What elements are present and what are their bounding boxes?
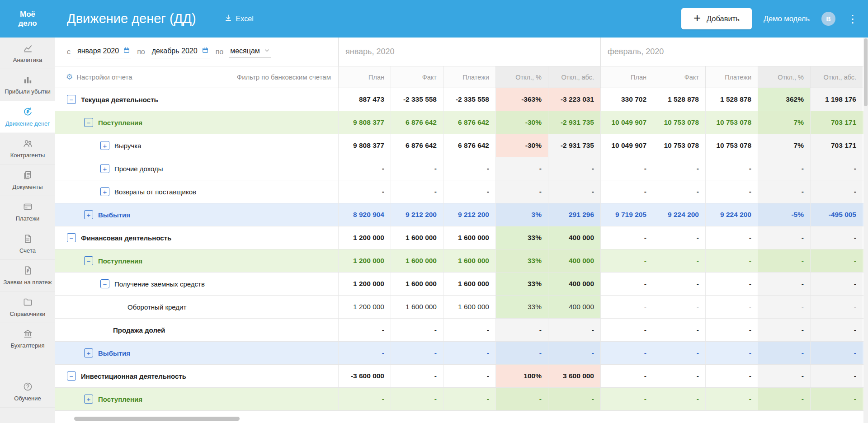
sidebar-item-analytics[interactable]: Аналитика — [0, 38, 55, 69]
user-menu[interactable]: Демо модель — [764, 14, 810, 23]
value-cell: - — [600, 365, 653, 387]
avatar[interactable]: B — [821, 12, 835, 26]
collapse-button[interactable]: − — [84, 256, 93, 265]
column-header: План — [338, 66, 391, 88]
row-label-cell: −Текущая деятельность — [55, 88, 338, 111]
collapse-button[interactable]: − — [67, 95, 76, 104]
value-cell: -2 335 558 — [443, 88, 495, 111]
sidebar-item-cash-flow[interactable]: ₽Движение денег — [0, 101, 55, 133]
sidebar-item-education[interactable]: Обучение — [0, 376, 55, 408]
expand-button[interactable]: + — [100, 141, 109, 150]
value-cell: 9 212 200 — [391, 203, 443, 226]
value-cell: 1 600 000 — [391, 296, 443, 318]
vertical-scrollbar-track[interactable] — [863, 38, 868, 423]
collapse-button[interactable]: − — [100, 279, 109, 288]
collapse-button[interactable]: − — [84, 118, 93, 127]
value-cell: 9 212 200 — [443, 203, 495, 226]
report-settings-button[interactable]: ⚙ Настройки отчета — [66, 73, 132, 81]
expand-button[interactable]: + — [100, 187, 109, 196]
row-label-cell: −Поступления — [55, 249, 338, 272]
value-cell: - — [758, 273, 810, 295]
value-cell: - — [810, 273, 863, 295]
row-label: Продажа долей — [113, 326, 165, 334]
value-cell: - — [391, 180, 443, 203]
sidebar-item-contractors[interactable]: Контрагенты — [0, 133, 55, 164]
bank-accounts-filter-button[interactable]: Фильтр по банковским счетам — [237, 73, 331, 81]
sidebar-item-payments[interactable]: Платежи — [0, 196, 55, 228]
calendar-icon — [202, 47, 209, 56]
date-to-input[interactable]: декабрь 2020 — [151, 46, 210, 58]
value-cell: - — [758, 226, 810, 249]
period-select[interactable]: месяцам — [229, 46, 271, 58]
vertical-scrollbar-thumb[interactable] — [864, 38, 868, 106]
collapse-button[interactable]: − — [67, 233, 76, 242]
add-button[interactable]: + Добавить — [681, 8, 752, 29]
value-cell: 1 198 176 — [810, 88, 863, 111]
row-label-cell: +Возвраты от поставщиков — [55, 180, 338, 203]
sidebar-item-accounting[interactable]: Бухгалтерия — [0, 323, 55, 355]
value-cell: 1 600 000 — [391, 273, 443, 295]
value-cell: - — [600, 249, 653, 272]
value-cell: - — [548, 180, 600, 203]
date-from-value: января 2020 — [77, 47, 119, 55]
sidebar-item-documents[interactable]: Документы — [0, 164, 55, 196]
sidebar-item-profit-loss[interactable]: Прибыли убытки — [0, 69, 55, 101]
value-cell: 887 473 — [338, 88, 391, 111]
value-cell: - — [600, 342, 653, 364]
kebab-menu-icon[interactable]: ⋮ — [847, 14, 858, 24]
row-label: Выбытия — [98, 349, 130, 357]
value-cell: - — [653, 157, 705, 180]
value-cell: - — [600, 157, 653, 180]
date-to-label: по — [137, 48, 145, 56]
month-group-header: январь, 2020 — [338, 38, 600, 66]
row-label-cell: +Прочие доходы — [55, 157, 338, 180]
value-cell: 6 876 642 — [391, 134, 443, 157]
svg-text:₽: ₽ — [26, 269, 29, 273]
value-cell: 7% — [758, 134, 810, 157]
value-cell: 9 808 377 — [338, 111, 391, 134]
filter-band: с января 2020 по декабрь 2020 по месяца — [55, 38, 868, 66]
filters: с января 2020 по декабрь 2020 по месяца — [55, 38, 338, 66]
plus-icon: + — [693, 12, 701, 24]
column-header: Факт — [391, 66, 443, 88]
value-cell: 3% — [495, 203, 548, 226]
sidebar-item-payment-requests[interactable]: ₽Заявки на платеж — [0, 260, 55, 291]
value-cell: 9 224 200 — [653, 203, 705, 226]
column-header-band: ⚙ Настройки отчета Фильтр по банковским … — [55, 66, 868, 88]
horizontal-scrollbar[interactable] — [74, 417, 240, 421]
excel-label: Excel — [236, 15, 254, 23]
value-cell: 7% — [758, 111, 810, 134]
value-cell: - — [705, 296, 758, 318]
top-header: Моё дело Движение денег (ДД) Excel + Доб… — [0, 0, 868, 38]
value-cell: - — [338, 157, 391, 180]
value-cell: 1 600 000 — [443, 249, 495, 272]
sidebar-item-label: Прибыли убытки — [5, 88, 50, 95]
topbar-right: + Добавить Демо модель B ⋮ — [681, 8, 868, 29]
excel-export-button[interactable]: Excel — [224, 14, 254, 24]
value-cell: - — [495, 342, 548, 364]
page-title: Движение денег (ДД) — [67, 11, 196, 26]
value-cell: -30% — [495, 134, 548, 157]
value-cell: - — [495, 180, 548, 203]
expand-button[interactable]: + — [84, 395, 93, 404]
value-cell: -30% — [495, 111, 548, 134]
value-cell: - — [391, 157, 443, 180]
sidebar-item-invoices[interactable]: Счета — [0, 228, 55, 260]
app-logo[interactable]: Моё дело — [0, 10, 55, 27]
value-cell: 9 719 205 — [600, 203, 653, 226]
value-cell: - — [705, 319, 758, 341]
expand-button[interactable]: + — [84, 210, 93, 219]
expand-button[interactable]: + — [100, 164, 109, 173]
value-cell: - — [810, 319, 863, 341]
value-cell: - — [338, 319, 391, 341]
expand-button[interactable]: + — [84, 348, 93, 357]
value-cell: - — [810, 226, 863, 249]
collapse-button[interactable]: − — [67, 371, 76, 381]
value-cell: - — [810, 249, 863, 272]
value-cell: 1 200 000 — [338, 273, 391, 295]
report-settings-label: Настройки отчета — [76, 73, 132, 81]
date-from-input[interactable]: января 2020 — [76, 46, 131, 58]
value-cell: - — [653, 249, 705, 272]
row-label: Оборотный кредит — [127, 303, 186, 311]
sidebar-item-references[interactable]: Справочники — [0, 291, 55, 323]
